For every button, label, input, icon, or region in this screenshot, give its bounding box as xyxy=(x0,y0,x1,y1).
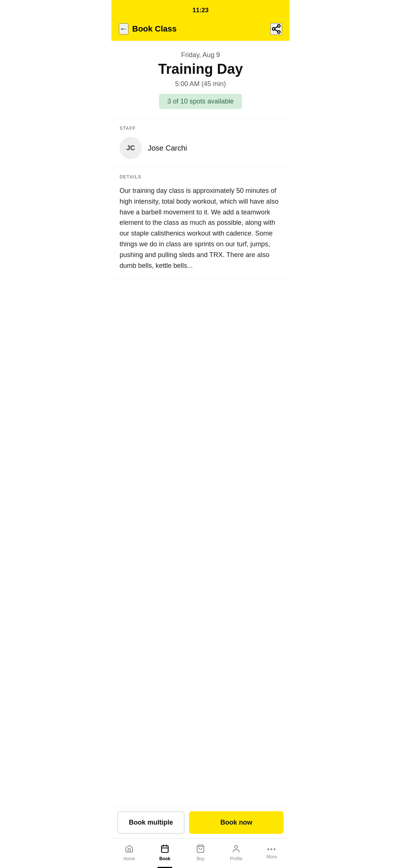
svg-rect-5 xyxy=(162,846,168,852)
nav-item-book[interactable]: Book xyxy=(147,839,183,868)
book-multiple-button[interactable]: Book multiple xyxy=(117,811,185,834)
book-now-button[interactable]: Book now xyxy=(189,811,284,834)
nav-item-buy[interactable]: Buy xyxy=(183,839,218,868)
staff-avatar: JC xyxy=(120,137,142,159)
staff-row: JC Jose Carchi xyxy=(120,137,281,159)
details-text: Our training day class is approximately … xyxy=(120,185,281,271)
buy-icon xyxy=(196,844,205,855)
staff-name: Jose Carchi xyxy=(148,144,187,152)
book-icon xyxy=(160,844,169,855)
details-section-label: DETAILS xyxy=(120,174,281,180)
svg-line-3 xyxy=(275,30,278,32)
nav-item-home[interactable]: Home xyxy=(111,839,147,868)
header: ← Book Class xyxy=(111,19,290,41)
nav-label-profile: Profile xyxy=(230,856,242,861)
profile-icon xyxy=(232,844,241,855)
class-time: 5:00 AM (45 min) xyxy=(119,80,282,88)
nav-label-book: Book xyxy=(159,856,170,861)
status-time: 11:23 xyxy=(192,7,208,14)
bottom-nav: Home Book Buy xyxy=(111,838,290,868)
staff-section-label: STAFF xyxy=(120,126,281,131)
more-icon: ••• xyxy=(267,846,277,853)
spots-badge: 3 of 10 spots available xyxy=(159,94,242,109)
nav-label-home: Home xyxy=(123,856,135,861)
share-icon xyxy=(271,24,281,34)
share-button[interactable] xyxy=(270,23,282,35)
header-left: ← Book Class xyxy=(119,23,177,34)
staff-section: STAFF JC Jose Carchi xyxy=(111,118,290,167)
class-date: Friday, Aug 9 xyxy=(119,51,282,59)
nav-label-buy: Buy xyxy=(197,856,205,861)
nav-item-profile[interactable]: Profile xyxy=(218,839,254,868)
details-section: DETAILS Our training day class is approx… xyxy=(111,167,290,279)
status-bar: 11:23 xyxy=(111,0,290,19)
nav-label-more: More xyxy=(267,854,277,859)
action-buttons: Book multiple Book now xyxy=(111,806,290,838)
class-header: Friday, Aug 9 Training Day 5:00 AM (45 m… xyxy=(111,41,290,118)
svg-line-4 xyxy=(275,27,278,29)
class-title: Training Day xyxy=(119,61,282,77)
nav-item-more[interactable]: ••• More xyxy=(254,839,290,868)
header-title: Book Class xyxy=(132,24,177,34)
home-icon xyxy=(125,844,134,855)
back-button[interactable]: ← xyxy=(119,23,128,34)
svg-point-10 xyxy=(235,845,238,848)
main-content: Friday, Aug 9 Training Day 5:00 AM (45 m… xyxy=(111,41,290,338)
back-arrow-icon: ← xyxy=(120,24,128,34)
